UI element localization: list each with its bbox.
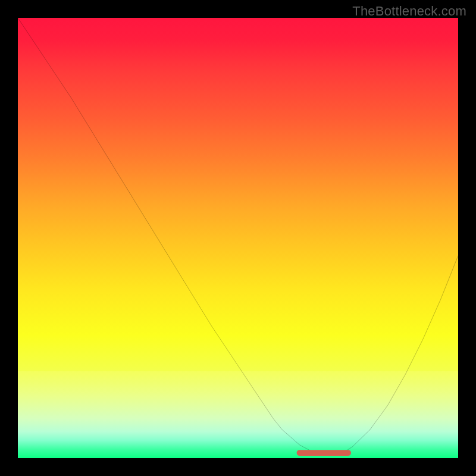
chart-frame: TheBottleneck.com (0, 0, 476, 476)
bottleneck-curve (18, 18, 458, 455)
watermark-text: TheBottleneck.com (352, 4, 466, 19)
plot-area (18, 18, 458, 458)
chart-svg (18, 18, 458, 458)
